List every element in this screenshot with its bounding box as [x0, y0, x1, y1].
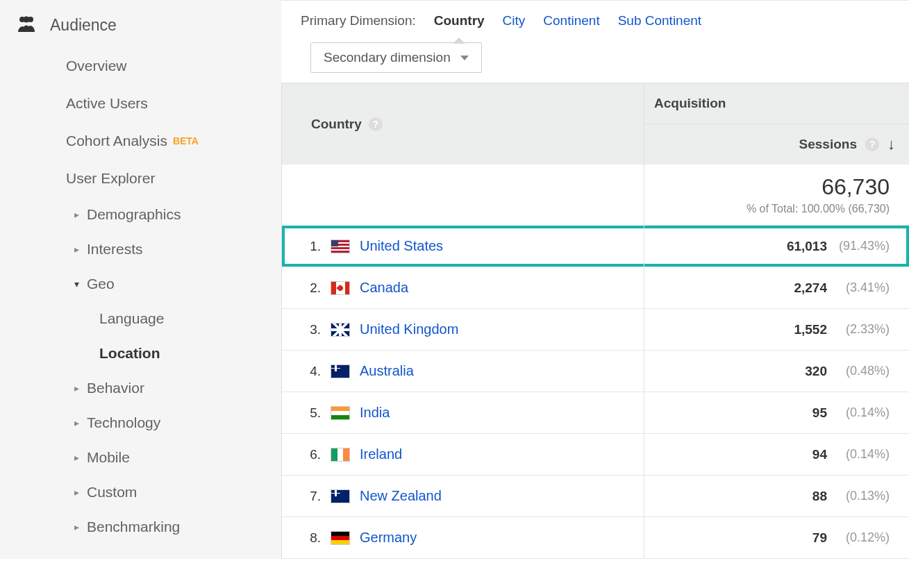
sidebar-items: Overview Active Users Cohort AnalysisBET… — [0, 47, 281, 544]
flag-icon — [331, 531, 350, 545]
caret-right-icon: ▸ — [74, 244, 83, 255]
sessions-percent: (0.48%) — [831, 364, 890, 378]
sidebar-item-label: Technology — [87, 414, 160, 431]
sidebar-item-overview[interactable]: Overview — [66, 47, 281, 85]
col-header-label: Country — [311, 117, 362, 132]
sidebar-item-label: Demographics — [87, 206, 181, 223]
col-header-label: Sessions — [799, 137, 857, 152]
caret-right-icon: ▸ — [74, 487, 83, 498]
flag-icon — [331, 240, 350, 253]
sessions-percent: (0.13%) — [831, 489, 890, 503]
sessions-value: 95 — [812, 405, 827, 421]
sort-down-icon: ↓ — [887, 135, 895, 153]
table-row[interactable]: 8. Germany 79 (0.12%) — [282, 517, 909, 559]
table-row[interactable]: 3. United Kingdom 1,552 (2.33%) — [282, 309, 909, 351]
secondary-row: Secondary dimension — [281, 35, 909, 83]
table-header: Country ? Acquisition Sessions ? ↓ — [282, 83, 909, 165]
country-link[interactable]: United States — [360, 238, 443, 254]
data-table: Country ? Acquisition Sessions ? ↓ 66,73… — [281, 83, 909, 559]
sessions-value: 61,013 — [787, 239, 827, 254]
sidebar-sub-mobile[interactable]: ▸Mobile — [74, 440, 281, 475]
caret-right-icon: ▸ — [74, 417, 83, 428]
sessions-value: 79 — [812, 530, 827, 546]
tab-continent[interactable]: Continent — [543, 13, 599, 28]
tab-city[interactable]: City — [503, 13, 526, 28]
row-index: 3. — [282, 322, 331, 337]
sidebar-item-user-explorer[interactable]: User Explorer — [66, 160, 281, 197]
tab-sub-continent[interactable]: Sub Continent — [618, 13, 701, 28]
sidebar-item-label: Behavior — [87, 380, 144, 396]
sidebar-item-cohort[interactable]: Cohort AnalysisBETA — [66, 122, 281, 160]
table-row[interactable]: 4. Australia 320 (0.48%) — [282, 351, 909, 392]
col-header-sessions[interactable]: Sessions ? ↓ — [644, 124, 909, 165]
sidebar-subsub-language[interactable]: Language — [74, 301, 281, 336]
table-row[interactable]: 7. New Zealand 88 (0.13%) — [282, 476, 909, 517]
help-icon[interactable]: ? — [369, 117, 383, 131]
sidebar-subsub-location[interactable]: Location — [74, 336, 281, 371]
secondary-dimension-label: Secondary dimension — [324, 50, 451, 65]
chevron-down-icon — [460, 56, 469, 60]
sessions-value: 1,552 — [794, 322, 827, 337]
caret-right-icon: ▸ — [74, 209, 83, 220]
sessions-percent: (2.33%) — [831, 322, 890, 337]
sidebar-item-label: Benchmarking — [87, 519, 180, 535]
sessions-value: 88 — [812, 489, 827, 504]
sidebar: Audience Overview Active Users Cohort An… — [0, 0, 281, 559]
beta-badge: BETA — [173, 135, 199, 146]
table-row[interactable]: 5. India 95 (0.14%) — [282, 392, 909, 434]
sessions-percent: (91.43%) — [831, 239, 890, 253]
caret-right-icon: ▸ — [74, 452, 83, 463]
sidebar-item-label: Language — [99, 310, 164, 326]
sidebar-item-label: Active Users — [66, 95, 148, 112]
sessions-value: 2,274 — [794, 280, 827, 296]
country-link[interactable]: New Zealand — [360, 488, 442, 504]
country-link[interactable]: Australia — [360, 363, 414, 379]
main-content: Primary Dimension: Country City Continen… — [281, 0, 909, 559]
sessions-value: 320 — [805, 364, 827, 379]
country-link[interactable]: Ireland — [360, 446, 402, 462]
row-index: 6. — [282, 447, 331, 462]
sidebar-sub-geo[interactable]: ▾Geo — [74, 267, 281, 301]
sessions-value: 94 — [812, 447, 827, 462]
sidebar-item-label: Cohort Analysis — [66, 133, 167, 149]
table-row[interactable]: 2. Canada 2,274 (3.41%) — [282, 267, 909, 309]
country-link[interactable]: Canada — [360, 280, 408, 296]
country-link[interactable]: United Kingdom — [360, 321, 458, 337]
sidebar-sub-demographics[interactable]: ▸Demographics — [74, 197, 281, 232]
sidebar-sub-custom[interactable]: ▸Custom — [74, 475, 281, 510]
sidebar-item-label: Geo — [87, 276, 115, 292]
flag-icon — [331, 364, 350, 378]
sessions-percent: (0.14%) — [831, 447, 890, 462]
sidebar-sub-interests[interactable]: ▸Interests — [74, 232, 281, 267]
tab-country[interactable]: Country — [434, 13, 485, 28]
secondary-dimension-button[interactable]: Secondary dimension — [310, 42, 482, 73]
row-index: 1. — [282, 239, 331, 254]
help-icon[interactable]: ? — [865, 137, 879, 151]
country-link[interactable]: Germany — [360, 530, 417, 546]
sidebar-item-label: User Explorer — [66, 170, 155, 187]
flag-icon — [331, 323, 350, 337]
sessions-percent: (3.41%) — [831, 280, 890, 295]
sidebar-item-active-users[interactable]: Active Users — [66, 85, 281, 122]
col-header-country[interactable]: Country ? — [282, 83, 644, 165]
sessions-percent: (0.14%) — [831, 405, 890, 420]
sidebar-sub-benchmarking[interactable]: ▸Benchmarking — [74, 510, 281, 544]
row-index: 7. — [282, 489, 331, 504]
col-header-acquisition: Acquisition — [644, 83, 909, 124]
sidebar-header: Audience — [0, 7, 281, 47]
flag-icon — [331, 448, 350, 462]
sidebar-sub-behavior[interactable]: ▸Behavior — [74, 371, 281, 405]
caret-right-icon: ▸ — [74, 383, 83, 394]
row-index: 8. — [282, 530, 331, 546]
sidebar-item-label: Custom — [87, 484, 137, 501]
table-row[interactable]: 6. Ireland 94 (0.14%) — [282, 434, 909, 476]
total-sessions: 66,730 — [644, 174, 890, 200]
sessions-percent: (0.12%) — [831, 530, 890, 545]
sidebar-sub-technology[interactable]: ▸Technology — [74, 405, 281, 440]
total-sessions-sub: % of Total: 100.00% (66,730) — [644, 203, 890, 215]
row-index: 2. — [282, 280, 331, 296]
country-link[interactable]: India — [360, 405, 390, 421]
sidebar-item-label: Overview — [66, 58, 127, 74]
primary-dimension-row: Primary Dimension: Country City Continen… — [281, 0, 909, 35]
table-row[interactable]: 1. United States 61,013 (91.43%) — [282, 226, 909, 267]
